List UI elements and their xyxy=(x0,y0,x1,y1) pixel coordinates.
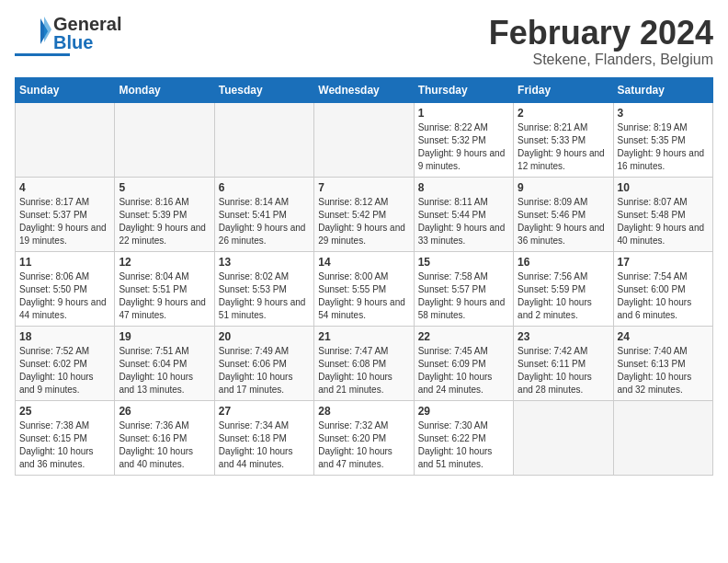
calendar-cell: 26Sunrise: 7:36 AM Sunset: 6:16 PM Dayli… xyxy=(115,400,214,475)
calendar-cell xyxy=(613,400,712,475)
day-number: 5 xyxy=(119,181,210,194)
day-number: 12 xyxy=(119,256,210,269)
calendar-cell xyxy=(314,102,414,177)
logo-svg xyxy=(15,15,51,52)
calendar-cell: 11Sunrise: 8:06 AM Sunset: 5:50 PM Dayli… xyxy=(16,251,115,326)
day-header-tuesday: Tuesday xyxy=(214,77,313,102)
page-header: General Blue February 2024 Stekene, Flan… xyxy=(15,15,713,68)
cell-content: Sunrise: 7:30 AM Sunset: 6:22 PM Dayligh… xyxy=(418,419,509,471)
calendar-cell: 1Sunrise: 8:22 AM Sunset: 5:32 PM Daylig… xyxy=(414,102,513,177)
cell-content: Sunrise: 8:12 AM Sunset: 5:42 PM Dayligh… xyxy=(318,196,409,247)
day-header-friday: Friday xyxy=(514,77,613,102)
day-number: 27 xyxy=(219,405,310,418)
day-number: 4 xyxy=(19,181,110,194)
cell-content: Sunrise: 7:32 AM Sunset: 6:20 PM Dayligh… xyxy=(318,419,409,471)
day-number: 28 xyxy=(318,405,409,418)
day-number: 19 xyxy=(119,330,210,343)
logo-general-text: General xyxy=(53,15,121,33)
calendar-cell: 16Sunrise: 7:56 AM Sunset: 5:59 PM Dayli… xyxy=(514,251,613,326)
calendar-cell: 2Sunrise: 8:21 AM Sunset: 5:33 PM Daylig… xyxy=(514,102,613,177)
calendar-cell: 12Sunrise: 8:04 AM Sunset: 5:51 PM Dayli… xyxy=(115,251,214,326)
calendar-cell: 13Sunrise: 8:02 AM Sunset: 5:53 PM Dayli… xyxy=(214,251,313,326)
calendar-cell: 8Sunrise: 8:11 AM Sunset: 5:44 PM Daylig… xyxy=(414,177,513,251)
cell-content: Sunrise: 8:19 AM Sunset: 5:35 PM Dayligh… xyxy=(618,121,709,173)
cell-content: Sunrise: 7:54 AM Sunset: 6:00 PM Dayligh… xyxy=(618,270,709,322)
cell-content: Sunrise: 7:45 AM Sunset: 6:09 PM Dayligh… xyxy=(418,345,509,396)
cell-content: Sunrise: 8:00 AM Sunset: 5:55 PM Dayligh… xyxy=(318,270,409,322)
cell-content: Sunrise: 7:36 AM Sunset: 6:16 PM Dayligh… xyxy=(119,419,210,471)
day-header-wednesday: Wednesday xyxy=(314,77,414,102)
day-header-sunday: Sunday xyxy=(16,77,115,102)
cell-content: Sunrise: 7:52 AM Sunset: 6:02 PM Dayligh… xyxy=(19,345,110,396)
logo: General Blue xyxy=(15,15,121,56)
month-title: February 2024 xyxy=(489,15,713,52)
day-number: 13 xyxy=(219,256,310,269)
calendar-cell xyxy=(514,400,613,475)
cell-content: Sunrise: 7:40 AM Sunset: 6:13 PM Dayligh… xyxy=(618,345,709,396)
calendar-week-1: 1Sunrise: 8:22 AM Sunset: 5:32 PM Daylig… xyxy=(16,102,713,177)
calendar-cell: 18Sunrise: 7:52 AM Sunset: 6:02 PM Dayli… xyxy=(16,326,115,400)
calendar-cell: 19Sunrise: 7:51 AM Sunset: 6:04 PM Dayli… xyxy=(115,326,214,400)
day-number: 14 xyxy=(318,256,409,269)
calendar-cell: 3Sunrise: 8:19 AM Sunset: 5:35 PM Daylig… xyxy=(613,102,712,177)
cell-content: Sunrise: 8:06 AM Sunset: 5:50 PM Dayligh… xyxy=(19,270,110,322)
cell-content: Sunrise: 8:22 AM Sunset: 5:32 PM Dayligh… xyxy=(418,121,509,173)
day-header-monday: Monday xyxy=(115,77,214,102)
logo-blue-text: Blue xyxy=(53,33,121,52)
day-number: 9 xyxy=(518,181,609,194)
calendar-cell xyxy=(115,102,214,177)
calendar-cell: 29Sunrise: 7:30 AM Sunset: 6:22 PM Dayli… xyxy=(414,400,513,475)
cell-content: Sunrise: 7:56 AM Sunset: 5:59 PM Dayligh… xyxy=(518,270,609,322)
cell-content: Sunrise: 7:47 AM Sunset: 6:08 PM Dayligh… xyxy=(318,345,409,396)
calendar-cell: 6Sunrise: 8:14 AM Sunset: 5:41 PM Daylig… xyxy=(214,177,313,251)
calendar-cell: 24Sunrise: 7:40 AM Sunset: 6:13 PM Dayli… xyxy=(613,326,712,400)
calendar-cell: 27Sunrise: 7:34 AM Sunset: 6:18 PM Dayli… xyxy=(214,400,313,475)
day-number: 18 xyxy=(19,330,110,343)
cell-content: Sunrise: 8:07 AM Sunset: 5:48 PM Dayligh… xyxy=(618,196,709,247)
day-number: 21 xyxy=(318,330,409,343)
calendar-week-4: 18Sunrise: 7:52 AM Sunset: 6:02 PM Dayli… xyxy=(16,326,713,400)
calendar-cell xyxy=(16,102,115,177)
title-area: February 2024 Stekene, Flanders, Belgium xyxy=(489,15,713,68)
cell-content: Sunrise: 7:49 AM Sunset: 6:06 PM Dayligh… xyxy=(219,345,310,396)
day-number: 3 xyxy=(618,107,709,120)
calendar-week-5: 25Sunrise: 7:38 AM Sunset: 6:15 PM Dayli… xyxy=(16,400,713,475)
day-number: 15 xyxy=(418,256,509,269)
cell-content: Sunrise: 8:04 AM Sunset: 5:51 PM Dayligh… xyxy=(119,270,210,322)
cell-content: Sunrise: 7:34 AM Sunset: 6:18 PM Dayligh… xyxy=(219,419,310,471)
day-number: 7 xyxy=(318,181,409,194)
calendar-week-3: 11Sunrise: 8:06 AM Sunset: 5:50 PM Dayli… xyxy=(16,251,713,326)
calendar-cell: 4Sunrise: 8:17 AM Sunset: 5:37 PM Daylig… xyxy=(16,177,115,251)
day-number: 22 xyxy=(418,330,509,343)
day-number: 25 xyxy=(19,405,110,418)
day-number: 11 xyxy=(19,256,110,269)
calendar-cell: 14Sunrise: 8:00 AM Sunset: 5:55 PM Dayli… xyxy=(314,251,414,326)
day-number: 2 xyxy=(518,107,609,120)
day-number: 24 xyxy=(618,330,709,343)
cell-content: Sunrise: 8:11 AM Sunset: 5:44 PM Dayligh… xyxy=(418,196,509,247)
calendar-cell: 21Sunrise: 7:47 AM Sunset: 6:08 PM Dayli… xyxy=(314,326,414,400)
day-number: 29 xyxy=(418,405,509,418)
calendar-cell: 5Sunrise: 8:16 AM Sunset: 5:39 PM Daylig… xyxy=(115,177,214,251)
calendar-table: SundayMondayTuesdayWednesdayThursdayFrid… xyxy=(15,77,713,476)
calendar-cell xyxy=(214,102,313,177)
calendar-cell: 25Sunrise: 7:38 AM Sunset: 6:15 PM Dayli… xyxy=(16,400,115,475)
day-number: 26 xyxy=(119,405,210,418)
day-number: 16 xyxy=(518,256,609,269)
location-title: Stekene, Flanders, Belgium xyxy=(489,52,713,68)
calendar-cell: 9Sunrise: 8:09 AM Sunset: 5:46 PM Daylig… xyxy=(514,177,613,251)
calendar-cell: 15Sunrise: 7:58 AM Sunset: 5:57 PM Dayli… xyxy=(414,251,513,326)
day-number: 23 xyxy=(518,330,609,343)
cell-content: Sunrise: 8:02 AM Sunset: 5:53 PM Dayligh… xyxy=(219,270,310,322)
cell-content: Sunrise: 8:09 AM Sunset: 5:46 PM Dayligh… xyxy=(518,196,609,247)
cell-content: Sunrise: 7:42 AM Sunset: 6:11 PM Dayligh… xyxy=(518,345,609,396)
calendar-cell: 22Sunrise: 7:45 AM Sunset: 6:09 PM Dayli… xyxy=(414,326,513,400)
day-number: 1 xyxy=(418,107,509,120)
calendar-header-row: SundayMondayTuesdayWednesdayThursdayFrid… xyxy=(16,77,713,102)
logo-underline xyxy=(15,53,70,56)
calendar-cell: 10Sunrise: 8:07 AM Sunset: 5:48 PM Dayli… xyxy=(613,177,712,251)
cell-content: Sunrise: 7:51 AM Sunset: 6:04 PM Dayligh… xyxy=(119,345,210,396)
day-number: 6 xyxy=(219,181,310,194)
cell-content: Sunrise: 8:21 AM Sunset: 5:33 PM Dayligh… xyxy=(518,121,609,173)
calendar-cell: 28Sunrise: 7:32 AM Sunset: 6:20 PM Dayli… xyxy=(314,400,414,475)
